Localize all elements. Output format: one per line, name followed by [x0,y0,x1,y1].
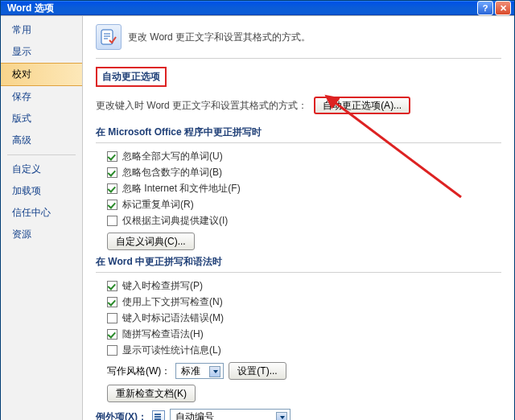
autocorrect-section-title: 自动更正选项 [96,67,167,87]
chk-ignore-uppercase[interactable]: 忽略全部大写的单词(U) [107,150,501,163]
sidebar-item-trust-center[interactable]: 信任中心 [1,202,82,224]
sidebar-item-save[interactable]: 保存 [1,86,82,108]
writing-style-row: 写作风格(W)： 标准 设置(T)... [107,362,501,380]
word-spelling-title: 在 Word 中更正拼写和语法时 [96,255,501,273]
recheck-document-button[interactable]: 重新检查文档(K) [107,385,196,402]
sidebar-item-layout[interactable]: 版式 [1,108,82,130]
checkbox-icon [107,329,117,340]
checkbox-icon [107,345,117,356]
help-button[interactable]: ? [477,1,493,15]
sidebar-item-general[interactable]: 常用 [1,19,82,41]
autocorrect-row: 更改键入时 Word 更正文字和设置其格式的方式： 自动更正选项(A)... [96,97,501,114]
sidebar-item-resources[interactable]: 资源 [1,224,82,245]
checkbox-icon [107,313,117,323]
chk-contextual-spelling[interactable]: 使用上下文拼写检查(N) [107,295,501,309]
sidebar-separator [7,154,76,155]
chk-readability-stats[interactable]: 显示可读性统计信息(L) [107,344,501,357]
checkbox-icon [107,297,117,307]
office-spelling-title: 在 Microsoft Office 程序中更正拼写时 [96,126,501,143]
exceptions-title: 例外项(X)： [96,410,147,421]
checkbox-icon [107,216,117,226]
sidebar-item-display[interactable]: 显示 [1,41,82,63]
checkbox-icon [107,167,117,178]
chk-grammar-with-spelling[interactable]: 随拼写检查语法(H) [107,327,501,341]
autocorrect-options-button[interactable]: 自动更正选项(A)... [314,97,410,114]
sidebar-item-customize[interactable]: 自定义 [1,159,82,180]
checkbox-icon [107,200,117,210]
chk-ignore-internet[interactable]: 忽略 Internet 和文件地址(F) [107,182,501,196]
sidebar-item-proofing[interactable]: 校对 [1,63,82,86]
checkbox-icon [107,281,117,291]
content-pane: 更改 Word 更正文字和设置其格式的方式。 自动更正选项 更改键入时 Word… [83,16,514,420]
exceptions-row: 例外项(X)： 自动编号 [96,409,501,420]
writing-style-label: 写作风格(W)： [107,364,171,378]
sidebar-item-addins[interactable]: 加载项 [1,180,82,202]
writing-style-settings-button[interactable]: 设置(T)... [229,362,286,380]
writing-style-dropdown[interactable]: 标准 [175,363,224,379]
dialog-body: 常用 显示 校对 保存 版式 高级 自定义 加载项 信任中心 资源 更改 Wor… [1,15,514,420]
proofing-icon [96,24,122,50]
close-button[interactable]: ✕ [495,1,511,15]
titlebar: Word 选项 ? ✕ [1,1,514,15]
chk-ignore-numbers[interactable]: 忽略包含数字的单词(B) [107,166,501,179]
sidebar-item-advanced[interactable]: 高级 [1,130,82,151]
checkbox-icon [107,151,117,162]
header-divider [96,58,501,59]
options-dialog: Word 选项 ? ✕ 常用 显示 校对 保存 版式 高级 自定义 加载项 信任… [0,0,515,420]
autocorrect-desc: 更改键入时 Word 更正文字和设置其格式的方式： [96,99,307,113]
chk-flag-repeated[interactable]: 标记重复单词(R) [107,198,501,212]
custom-dictionaries-button[interactable]: 自定义词典(C)... [107,233,195,250]
exceptions-doc-dropdown[interactable]: 自动编号 [170,409,290,420]
titlebar-buttons: ? ✕ [477,1,511,15]
document-icon [152,410,165,420]
checkbox-icon [107,183,117,194]
category-sidebar: 常用 显示 校对 保存 版式 高级 自定义 加载项 信任中心 资源 [1,16,83,420]
window-title: Word 选项 [4,2,54,15]
page-header-text: 更改 Word 更正文字和设置其格式的方式。 [128,31,311,44]
chk-main-dict-only[interactable]: 仅根据主词典提供建议(I) [107,214,501,228]
page-header: 更改 Word 更正文字和设置其格式的方式。 [96,24,501,50]
chk-mark-grammar[interactable]: 键入时标记语法错误(M) [107,311,501,325]
chk-check-spelling-type[interactable]: 键入时检查拼写(P) [107,279,501,293]
